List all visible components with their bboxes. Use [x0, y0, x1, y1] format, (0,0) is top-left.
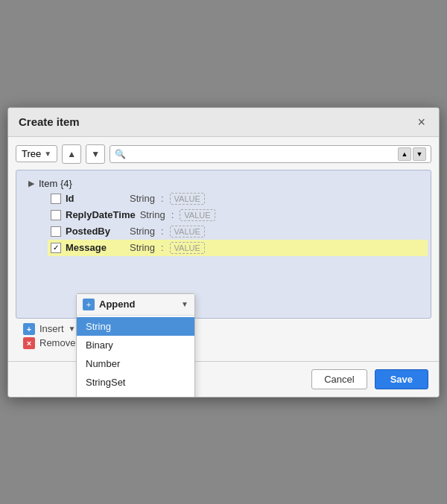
field-type-id: String: [130, 193, 155, 204]
search-next-button[interactable]: ▼: [413, 147, 426, 161]
tree-rows: Id String : VALUE ReplyDateTime String :…: [25, 191, 428, 256]
insert-dropdown-arrow: ▼: [69, 325, 76, 333]
list-item[interactable]: NumberSet: [77, 392, 194, 398]
search-icon: 🔍: [115, 149, 126, 159]
field-name-replydatetime: ReplyDateTime: [66, 209, 136, 220]
field-type-message: String: [130, 242, 155, 253]
search-nav: ▲ ▼: [398, 147, 426, 161]
tree-root-label: Item {4}: [39, 178, 72, 189]
field-name-id: Id: [66, 193, 125, 204]
dropdown-header: + Append ▼: [77, 294, 194, 316]
tree-dropdown[interactable]: Tree ▼: [16, 145, 57, 162]
dialog-body: Tree ▼ ▲ ▼ 🔍 ▲ ▼ ▶: [8, 137, 439, 361]
search-prev-button[interactable]: ▲: [398, 147, 411, 161]
tree-root: ▶ Item {4} Id String : VALUE Re: [19, 176, 428, 256]
close-button[interactable]: ×: [414, 115, 428, 129]
create-item-dialog: Create item × Tree ▼ ▲ ▼ 🔍 ▲ ▼: [7, 107, 440, 398]
tree-label: Tree: [22, 148, 41, 159]
field-checkbox-id[interactable]: [51, 194, 61, 204]
field-value-replydatetime[interactable]: VALUE: [180, 209, 215, 221]
dialog-title: Create item: [19, 115, 80, 128]
dialog-footer: Cancel Save: [8, 361, 439, 397]
field-colon-postedby: :: [161, 226, 164, 237]
list-item[interactable]: StringSet: [77, 373, 194, 392]
table-row: Id String : VALUE: [48, 191, 428, 207]
field-checkbox-postedby[interactable]: [51, 226, 61, 237]
sort-down-button[interactable]: ▼: [86, 144, 105, 164]
field-value-id[interactable]: VALUE: [170, 193, 205, 205]
sort-up-icon: ▲: [67, 149, 76, 159]
toolbar: Tree ▼ ▲ ▼ 🔍 ▲ ▼: [16, 144, 431, 164]
remove-times-icon[interactable]: ×: [23, 337, 35, 349]
field-colon-replydatetime: :: [171, 209, 174, 220]
cancel-button[interactable]: Cancel: [311, 369, 367, 389]
field-colon-message: :: [161, 242, 164, 253]
table-row: ✓ Message String : VALUE: [48, 240, 428, 256]
insert-plus-icon[interactable]: +: [23, 323, 35, 335]
dropdown-arrow-icon: ▼: [181, 300, 188, 308]
tree-dropdown-arrow: ▼: [44, 150, 51, 158]
remove-label: Remove: [39, 337, 75, 348]
list-item[interactable]: Binary: [77, 336, 194, 354]
field-name-message: Message: [66, 242, 125, 253]
field-colon-id: :: [161, 193, 164, 204]
sort-down-icon: ▼: [91, 149, 100, 159]
tree-panel: ▶ Item {4} Id String : VALUE Re: [16, 170, 431, 319]
dropdown-items-list: String Binary Number StringSet NumberSet…: [77, 316, 194, 398]
list-item[interactable]: String: [77, 317, 194, 336]
dialog-header: Create item ×: [8, 108, 439, 137]
field-type-replydatetime: String: [140, 209, 165, 220]
field-value-message[interactable]: VALUE: [170, 242, 205, 254]
tree-root-row: ▶ Item {4}: [25, 176, 428, 191]
field-checkbox-replydatetime[interactable]: [51, 210, 61, 220]
sort-up-button[interactable]: ▲: [62, 144, 81, 164]
search-input[interactable]: [129, 148, 395, 159]
save-button[interactable]: Save: [375, 369, 428, 389]
tree-expander-icon: ▶: [28, 179, 36, 188]
field-type-postedby: String: [130, 226, 155, 237]
table-row: ReplyDateTime String : VALUE: [48, 207, 428, 223]
append-label: Append: [99, 299, 177, 310]
field-value-postedby[interactable]: VALUE: [170, 226, 205, 237]
insert-label: Insert: [39, 323, 64, 334]
table-row: PostedBy String : VALUE: [48, 223, 428, 240]
type-dropdown: + Append ▼ String Binary Number StringSe…: [76, 293, 195, 398]
field-name-postedby: PostedBy: [66, 226, 125, 237]
append-plus-icon[interactable]: +: [83, 299, 95, 310]
list-item[interactable]: Number: [77, 354, 194, 373]
field-checkbox-message[interactable]: ✓: [51, 243, 61, 253]
search-box: 🔍 ▲ ▼: [110, 145, 431, 163]
